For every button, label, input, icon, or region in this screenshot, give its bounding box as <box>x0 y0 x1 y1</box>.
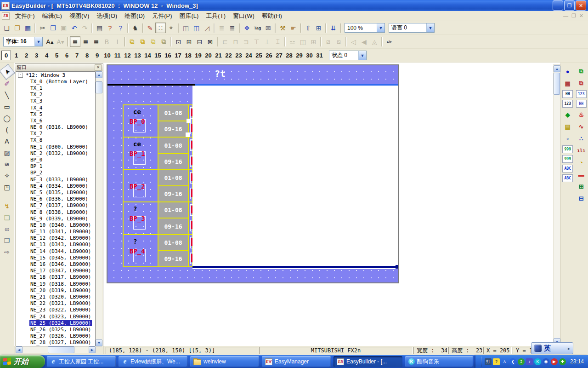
element-button[interactable]: ⊞ <box>576 181 587 191</box>
bp-object-label[interactable]: BP_1 <box>130 150 145 157</box>
tree-item[interactable]: NE_18 (D317, LB9000) <box>16 274 95 281</box>
minimize-button[interactable]: _ <box>553 0 563 11</box>
taskbar-task-kugou[interactable]: K 酷狗音乐 <box>405 356 473 367</box>
tray-icon[interactable]: ♪ <box>526 358 533 365</box>
toolbar-button[interactable]: ? <box>115 23 126 33</box>
format-button[interactable]: ≣ <box>70 36 80 47</box>
format-button[interactable]: ⊐ <box>241 36 251 47</box>
toolbar-button[interactable] <box>91 23 93 33</box>
toolbar-button[interactable]: ❐ <box>12 23 23 33</box>
range-cell[interactable]: 09-16 <box>158 218 188 234</box>
draw-tool-button[interactable]: ❑ <box>1 212 13 223</box>
group-label-cell[interactable]: ce BP_1 <box>124 138 158 169</box>
draw-tool-button[interactable]: ⇨ <box>1 246 13 258</box>
format-button[interactable]: ◁ <box>348 36 359 47</box>
format-button[interactable]: A▴ <box>45 36 55 47</box>
chevron-right-icon[interactable]: ▸ <box>568 346 570 351</box>
menu-item[interactable]: 视图(V) <box>66 11 93 21</box>
range-cell[interactable]: 01-08 <box>158 170 188 186</box>
format-button[interactable]: ⊓ <box>230 36 241 47</box>
table-group[interactable]: ? BP_4 01-08 09-16 <box>123 234 193 267</box>
table-group[interactable]: ce BP_0 01-08 09-16 <box>123 104 193 138</box>
draw-tool-button[interactable]: ◯ <box>1 112 13 124</box>
element-button[interactable]: ▫ <box>562 133 573 144</box>
tree-item[interactable]: NE_19 (D318, LB9000) <box>16 281 95 287</box>
toolbar-button[interactable]: ❒ <box>48 23 58 33</box>
tree-item[interactable]: NE_2 (D332, LB9000) <box>16 150 95 156</box>
menu-item[interactable]: 选项(O) <box>93 11 121 21</box>
mdi-restore-button[interactable]: ❐ <box>571 13 576 19</box>
state-number-button[interactable]: 28 <box>284 51 294 60</box>
state-number-button[interactable]: 7 <box>72 51 82 60</box>
restore-button[interactable]: ❐ <box>564 0 575 11</box>
format-button[interactable]: ≣ <box>80 36 91 47</box>
toolbar-button[interactable]: Tag <box>252 23 263 33</box>
table-group[interactable]: BP_2 01-08 09-16 <box>123 169 193 202</box>
toolbar-button[interactable]: ⌖ <box>166 23 176 33</box>
toolbar-button[interactable] <box>275 23 276 33</box>
toolbar-button[interactable]: ↷ <box>79 23 90 33</box>
draw-tool-button[interactable]: ❐ <box>1 235 13 246</box>
state-number-button[interactable]: 21 <box>214 51 223 60</box>
range-cell[interactable]: 01-08 <box>158 105 188 121</box>
toolbar-button[interactable]: ✎ <box>145 23 155 33</box>
state-number-button[interactable]: 5 <box>52 51 62 60</box>
tree-item[interactable]: TX_7 <box>16 131 95 137</box>
toolbar-button[interactable]: ▦ <box>23 23 33 33</box>
tree-item[interactable]: TX_5 <box>16 111 95 117</box>
edge-cell[interactable] <box>189 138 192 153</box>
element-button[interactable]: ⊟ <box>576 193 587 203</box>
close-icon[interactable]: ✕ <box>95 64 102 71</box>
toolbar-button[interactable]: ❖ <box>242 23 252 33</box>
edge-cell[interactable] <box>189 154 192 169</box>
state-number-button[interactable]: 29 <box>294 51 304 60</box>
toolbar-button[interactable] <box>340 23 341 33</box>
mdi-minimize-button[interactable]: — <box>563 13 568 19</box>
state-number-button[interactable]: 17 <box>173 51 183 60</box>
state-number-button[interactable]: 30 <box>305 51 314 60</box>
menu-item[interactable]: 图库(L) <box>175 11 202 21</box>
state-number-button[interactable]: 14 <box>143 51 153 60</box>
state-number-button[interactable]: 24 <box>244 51 254 60</box>
group-label-cell[interactable]: ? BP_4 <box>124 235 158 266</box>
mdi-child-icon[interactable]: EB <box>2 12 10 20</box>
format-button[interactable] <box>124 37 125 46</box>
tree-item[interactable]: NE_7 (D337, LB9000) <box>16 202 95 209</box>
chevron-down-icon[interactable]: ▼ <box>426 23 434 32</box>
tree-item[interactable]: TX_8 <box>16 137 95 144</box>
draw-tool-button[interactable]: A <box>1 135 13 147</box>
language-select[interactable]: 语言 0 ▼ <box>389 23 435 33</box>
tree-item[interactable]: NE_24 (D323, LB9000) <box>16 313 95 320</box>
tree-item[interactable]: NE_27 (D326, LB9000) <box>16 333 95 339</box>
state-number-button[interactable]: 10 <box>102 51 112 60</box>
taskbar-task-easybuilder[interactable]: EB EasyBuilder - [... <box>334 356 402 367</box>
edge-cell[interactable] <box>189 235 192 251</box>
toolbar-button[interactable]: ❏ <box>1 23 12 33</box>
draw-tool-button[interactable]: ✧ <box>1 170 13 181</box>
element-button[interactable]: 999 <box>562 145 573 153</box>
tree-item[interactable]: NE_25 (D324, LB9000) <box>16 320 95 326</box>
selection-handle[interactable] <box>187 119 191 123</box>
toolbar-button[interactable]: ⇧ <box>303 23 313 33</box>
element-button[interactable]: ▤ <box>562 121 573 132</box>
table-group[interactable]: ce BP_1 01-08 09-16 <box>123 137 193 170</box>
draw-tool-button[interactable]: ( <box>1 124 13 135</box>
taskbar-task-eview[interactable]: e Eview触摸屏、We... <box>119 356 187 367</box>
chevron-down-icon[interactable]: ▼ <box>358 51 366 60</box>
tree-item[interactable]: BP_0 <box>16 156 95 163</box>
toolbar-button[interactable] <box>127 23 129 33</box>
edge-cell[interactable] <box>189 170 192 186</box>
tree-item[interactable]: NE_15 (D345, LB9000) <box>16 254 95 261</box>
screen-title-text[interactable]: ?t <box>215 68 226 79</box>
state-number-button[interactable]: 12 <box>123 51 132 60</box>
toolbar-button[interactable]: ◫ <box>191 23 202 33</box>
mdi-close-button[interactable]: ✕ <box>579 13 583 19</box>
selection-handle[interactable] <box>186 132 190 137</box>
tree-item[interactable]: NE_14 (D344, LB9000) <box>16 248 95 254</box>
tree-item[interactable]: NE_0 (D316, LB9000) <box>16 124 95 131</box>
toolbar-button[interactable]: ≣ <box>216 23 227 33</box>
tree-item[interactable]: NE_23 (D322, LB9000) <box>16 307 95 313</box>
group-label-cell[interactable]: ? BP_3 <box>124 202 158 234</box>
range-cell[interactable]: 01-08 <box>158 202 188 218</box>
draw-tool-button[interactable]: ≋ <box>1 158 13 170</box>
